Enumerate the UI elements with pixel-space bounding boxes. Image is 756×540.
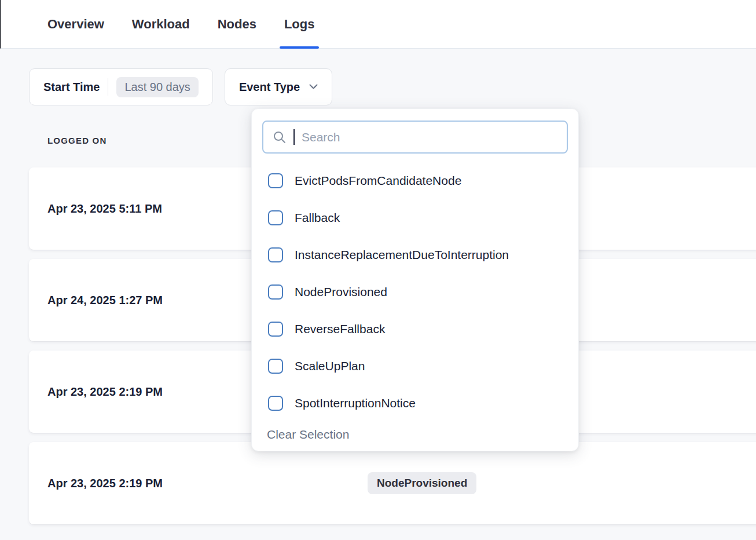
option-label: InstanceReplacementDueToInterruption (295, 248, 509, 262)
tab-workload[interactable]: Workload (132, 0, 190, 49)
dropdown-search-box (262, 121, 568, 154)
start-time-value: Last 90 days (116, 77, 198, 97)
start-time-filter-button[interactable]: Start Time Last 90 days (29, 68, 213, 105)
chevron-down-icon (309, 84, 318, 90)
option-label: Fallback (295, 211, 340, 225)
option-fallback[interactable]: Fallback (262, 199, 568, 236)
text-caret (293, 129, 295, 145)
event-type-label: Event Type (239, 81, 300, 94)
event-type-filter-button[interactable]: Event Type (225, 68, 332, 105)
option-label: NodeProvisioned (295, 285, 387, 299)
option-reversefallback[interactable]: ReverseFallback (262, 311, 568, 348)
option-label: SpotInterruptionNotice (295, 396, 416, 410)
tab-nodes[interactable]: Nodes (218, 0, 256, 49)
option-scaleupplan[interactable]: ScaleUpPlan (262, 348, 568, 385)
event-type-options: EvictPodsFromCandidateNode Fallback Inst… (262, 162, 568, 422)
tab-bar: Overview Workload Nodes Logs (0, 0, 756, 49)
table-row[interactable]: Apr 23, 2025 2:19 PM NodeProvisioned (29, 442, 756, 524)
checkbox[interactable] (268, 247, 283, 262)
checkbox[interactable] (268, 210, 283, 225)
checkbox[interactable] (268, 284, 283, 300)
event-type-dropdown-panel: EvictPodsFromCandidateNode Fallback Inst… (251, 108, 579, 451)
filter-bar: Start Time Last 90 days Event Type (29, 68, 756, 105)
checkbox[interactable] (268, 173, 283, 188)
option-evictpodsfromcandidatenode[interactable]: EvictPodsFromCandidateNode (262, 162, 568, 199)
option-label: ScaleUpPlan (295, 359, 365, 373)
tab-logs[interactable]: Logs (284, 0, 315, 49)
clear-selection-link[interactable]: Clear Selection (262, 428, 349, 442)
option-label: ReverseFallback (295, 322, 385, 336)
option-instancereplacementduetointerruption[interactable]: InstanceReplacementDueToInterruption (262, 236, 568, 273)
option-label: EvictPodsFromCandidateNode (295, 174, 461, 188)
search-input[interactable] (302, 130, 557, 144)
tab-overview[interactable]: Overview (47, 0, 104, 49)
option-nodeprovisioned[interactable]: NodeProvisioned (262, 273, 568, 311)
checkbox[interactable] (268, 359, 283, 374)
option-spotinterruptionnotice[interactable]: SpotInterruptionNotice (262, 385, 568, 422)
checkbox[interactable] (268, 322, 283, 337)
filter-divider (108, 78, 108, 96)
search-icon (273, 130, 287, 144)
checkbox[interactable] (268, 396, 283, 411)
start-time-label: Start Time (43, 81, 100, 94)
event-type-badge: NodeProvisioned (368, 472, 476, 494)
logged-on-cell: Apr 23, 2025 2:19 PM (47, 477, 368, 490)
